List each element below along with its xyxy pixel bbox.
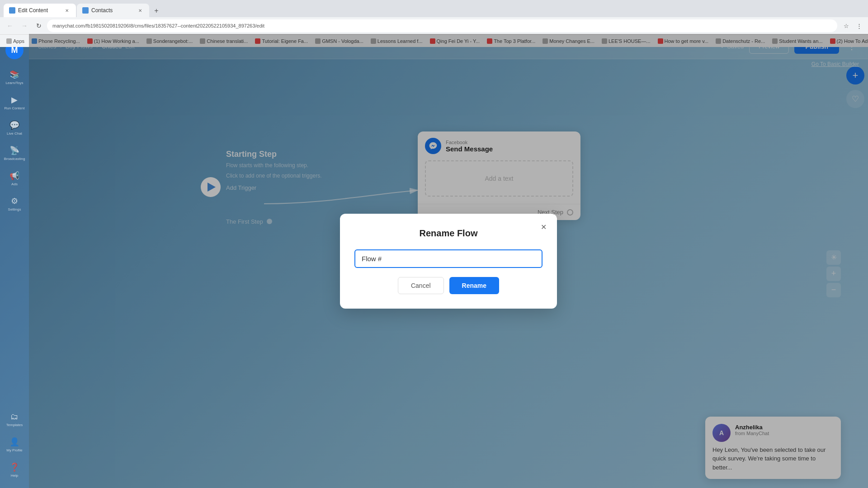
run-content-icon: ▶ <box>11 95 18 105</box>
rename-button[interactable]: Rename <box>449 277 499 294</box>
sidebar-item-ads-label: Ads <box>11 182 18 186</box>
extension-icon[interactable]: ⋮ <box>854 20 864 31</box>
sidebar-item-learn-toys-label: Learn/Toys <box>5 81 23 85</box>
tab-favicon-edit <box>9 7 15 14</box>
sidebar-item-help[interactable]: ❓ Help <box>4 459 25 481</box>
nav-icons: ☆ ⋮ <box>841 20 864 31</box>
tab-label-edit: Edit Content <box>18 7 48 14</box>
sidebar-item-templates-label: Templates <box>6 423 23 427</box>
main-content: Stories › Buy Flows › Untitled Edit ✓ Sa… <box>29 34 868 488</box>
sidebar-item-live-chat-label: Live Chat <box>7 131 22 136</box>
back-button[interactable]: ← <box>4 19 16 32</box>
sidebar-item-settings[interactable]: ⚙ Settings <box>4 193 25 215</box>
sidebar-bottom: 🗂 Templates 👤 My Profile ❓ Help <box>4 408 25 481</box>
new-tab-button[interactable]: + <box>150 5 163 17</box>
nav-bar: ← → ↻ manychat.com/fb19815020819206I8/cm… <box>0 17 868 34</box>
bookmark-apps-label: Apps <box>13 38 24 44</box>
refresh-button[interactable]: ↻ <box>33 19 45 32</box>
flow-name-input[interactable] <box>354 249 542 268</box>
ads-icon: 📢 <box>9 171 19 181</box>
help-icon: ❓ <box>9 462 19 472</box>
sidebar: M 📚 Learn/Toys ▶ Run Content 💬 Live Chat… <box>0 34 29 488</box>
broadcasting-icon: 📡 <box>9 145 19 155</box>
sidebar-item-run-content-label: Run Content <box>5 106 25 110</box>
address-bar[interactable]: manychat.com/fb19815020819206I8/cms/file… <box>47 19 837 32</box>
tab-close-contacts[interactable]: ✕ <box>137 7 144 14</box>
sidebar-item-templates[interactable]: 🗂 Templates <box>4 408 25 430</box>
sidebar-item-broadcasting[interactable]: 📡 Broadcasting <box>4 142 25 164</box>
bookmark-apps-icon <box>6 38 12 44</box>
browser-chrome: Edit Content ✕ Contacts ✕ + ← → ↻ manych… <box>0 0 868 34</box>
bookmark-apps[interactable]: Apps <box>4 38 27 45</box>
learn-toys-icon: 📚 <box>9 70 19 80</box>
sidebar-item-settings-label: Settings <box>8 207 21 211</box>
cancel-button[interactable]: Cancel <box>398 277 444 294</box>
live-chat-icon: 💬 <box>9 120 19 130</box>
tab-favicon-contacts <box>82 7 89 14</box>
modal-title: Rename Flow <box>354 228 542 239</box>
sidebar-item-ads[interactable]: 📢 Ads <box>4 168 25 189</box>
rename-flow-modal: Rename Flow ✕ Cancel Rename <box>340 214 557 309</box>
modal-close-button[interactable]: ✕ <box>537 221 550 234</box>
my-profile-icon: 👤 <box>9 437 19 447</box>
sidebar-item-my-profile-label: My Profile <box>6 448 23 452</box>
sidebar-item-help-label: Help <box>11 474 18 478</box>
settings-icon: ⚙ <box>11 196 18 206</box>
forward-button[interactable]: → <box>18 19 31 32</box>
sidebar-item-my-profile[interactable]: 👤 My Profile <box>4 434 25 455</box>
address-text: manychat.com/fb19815020819206I8/cms/file… <box>52 23 264 28</box>
sidebar-item-live-chat[interactable]: 💬 Live Chat <box>4 117 25 139</box>
modal-overlay[interactable]: Rename Flow ✕ Cancel Rename <box>29 34 868 488</box>
bookmark-star-icon[interactable]: ☆ <box>841 20 852 31</box>
sidebar-item-run-content[interactable]: ▶ Run Content <box>4 92 25 113</box>
app-container: M 📚 Learn/Toys ▶ Run Content 💬 Live Chat… <box>0 34 868 488</box>
tab-bar: Edit Content ✕ Contacts ✕ + <box>0 0 868 17</box>
modal-actions: Cancel Rename <box>354 277 542 294</box>
tab-close-edit[interactable]: ✕ <box>63 7 71 14</box>
tab-contacts[interactable]: Contacts ✕ <box>77 4 149 17</box>
tab-edit-content[interactable]: Edit Content ✕ <box>4 4 76 17</box>
tab-label-contacts: Contacts <box>91 7 113 14</box>
templates-icon: 🗂 <box>10 412 19 422</box>
sidebar-item-learn-toys[interactable]: 📚 Learn/Toys <box>4 66 25 88</box>
sidebar-item-broadcasting-label: Broadcasting <box>4 157 25 161</box>
